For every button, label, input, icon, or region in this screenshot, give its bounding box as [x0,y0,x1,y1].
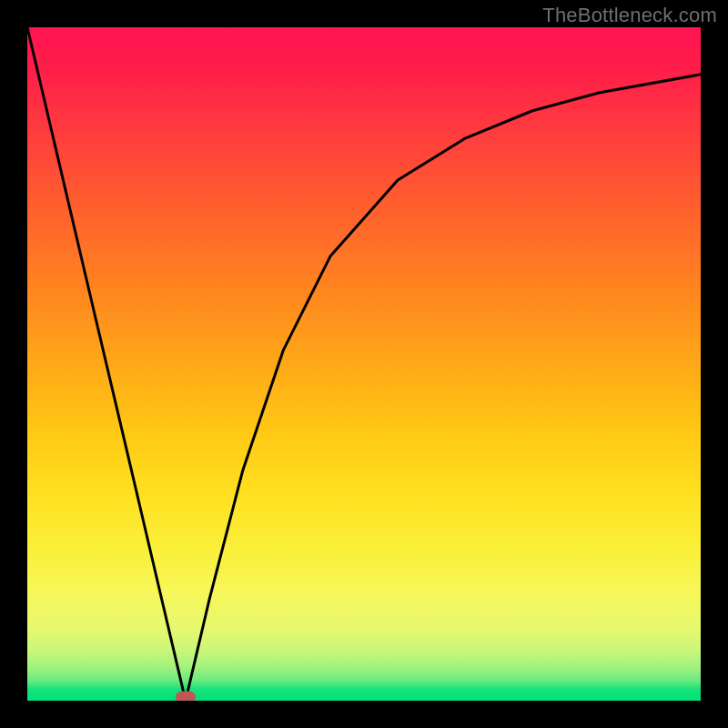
bottleneck-curve [27,27,701,701]
plot-area [27,27,701,701]
optimum-marker [176,692,196,702]
curve-svg [27,27,701,701]
watermark-text: TheBottleneck.com [542,4,717,27]
chart-frame: TheBottleneck.com [0,0,728,728]
